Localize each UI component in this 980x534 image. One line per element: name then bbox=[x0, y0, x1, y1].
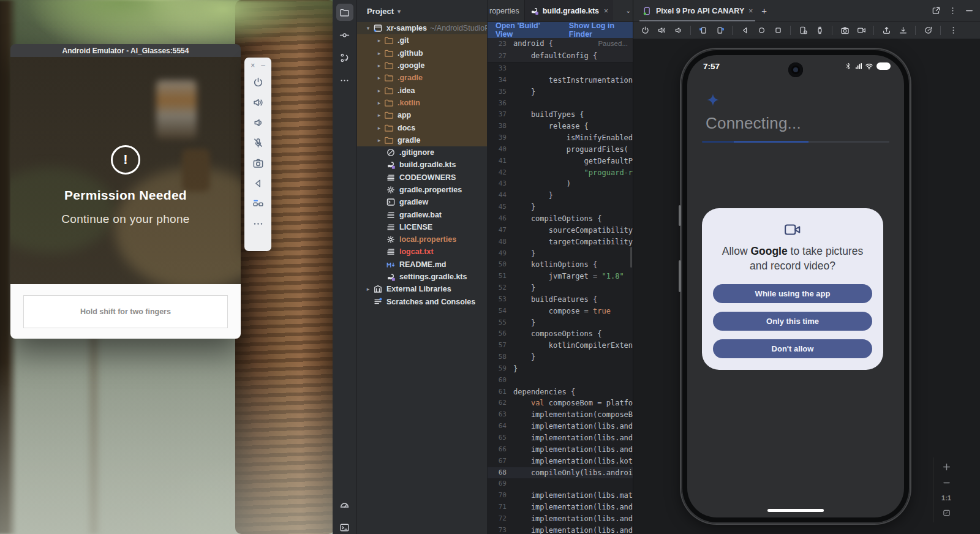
zoom-in-button[interactable] bbox=[942, 462, 951, 472]
power-button[interactable] bbox=[249, 72, 266, 92]
code-line-35: 35 } bbox=[488, 86, 633, 98]
emulator-screen[interactable]: ! Permission Needed Continue on your pho… bbox=[10, 57, 241, 284]
tree-folder-dot-github[interactable]: ▸.github bbox=[357, 47, 487, 59]
tree-file-gradle.properties[interactable]: gradle.properties bbox=[357, 184, 487, 196]
line-number: 34 bbox=[488, 75, 513, 86]
home-indicator[interactable] bbox=[767, 509, 824, 512]
show-log-link[interactable]: Show Log in Finder bbox=[569, 21, 633, 39]
permission-button-don-t-allow[interactable]: Don't allow bbox=[713, 339, 872, 358]
permission-button-while-using-the-app[interactable]: While using the app bbox=[713, 284, 872, 303]
folder-icon bbox=[384, 48, 394, 58]
tree-scratches-and-consoles[interactable]: Scratches and Consoles bbox=[357, 296, 487, 308]
overview-square-button[interactable] bbox=[772, 25, 783, 36]
running-devices-tab-bar: Pixel 9 Pro API CANARY × + bbox=[633, 0, 980, 22]
back-triangle-button[interactable] bbox=[739, 25, 750, 36]
tree-file-local.properties[interactable]: local.properties bbox=[357, 233, 487, 246]
rotate-left-button[interactable] bbox=[698, 25, 709, 36]
tree-folder-gradle[interactable]: ▸gradle bbox=[357, 134, 487, 146]
home-circle-button[interactable] bbox=[756, 25, 767, 36]
tree-file-settings.gradle.kts[interactable]: settings.gradle.kts bbox=[357, 271, 487, 283]
tab-gradle-properties[interactable]: roperties bbox=[488, 0, 525, 21]
back-triangle-button[interactable] bbox=[249, 173, 266, 194]
tree-folder-dot-kotlin[interactable]: ▸.kotlin bbox=[357, 97, 487, 109]
more-vertical-button[interactable] bbox=[948, 25, 959, 36]
camera-button[interactable] bbox=[249, 153, 266, 173]
tree-folder-dot-google[interactable]: ▸.google bbox=[357, 59, 487, 72]
strip-profiler-gauge[interactable] bbox=[336, 496, 353, 513]
editor-scrollbar[interactable] bbox=[630, 247, 632, 268]
share-upload-button[interactable] bbox=[881, 25, 892, 36]
screenshot-camera-button[interactable] bbox=[839, 25, 850, 36]
strip-project-folder[interactable] bbox=[336, 4, 353, 21]
tree-file-README.md[interactable]: README.md bbox=[357, 258, 487, 271]
hide-panel[interactable] bbox=[965, 6, 974, 15]
open-build-view-link[interactable]: Open 'Build' View bbox=[496, 21, 553, 39]
text-file-icon bbox=[386, 210, 396, 220]
add-device-tab-button[interactable]: + bbox=[761, 6, 767, 16]
mic-off-button[interactable] bbox=[249, 133, 266, 153]
hidden-tabs-chevron-icon[interactable]: ⌄ bbox=[626, 0, 631, 21]
tree-root-xr-samples[interactable]: ▾xr-samples~/AndroidStudioProje bbox=[357, 22, 487, 34]
chevron-right-icon: ▸ bbox=[374, 88, 384, 94]
tree-folder-dot-idea[interactable]: ▸.idea bbox=[357, 84, 487, 96]
code-text: compose = true bbox=[513, 306, 611, 317]
strip-commit[interactable] bbox=[336, 26, 353, 43]
tree-folder-docs[interactable]: ▸docs bbox=[357, 121, 487, 134]
device-toolbar bbox=[633, 22, 980, 39]
save-download-button[interactable] bbox=[897, 25, 908, 36]
rotate-right-button[interactable] bbox=[714, 25, 725, 36]
wear-device-button[interactable] bbox=[814, 25, 825, 36]
actual-size-button[interactable]: 1:1 bbox=[941, 494, 951, 502]
reset-device-button[interactable] bbox=[922, 25, 933, 36]
tree-file-CODEOWNERS[interactable]: CODEOWNERS bbox=[357, 171, 487, 184]
minimize[interactable]: – bbox=[261, 61, 265, 70]
power-button[interactable] bbox=[639, 25, 650, 36]
more-horizontal-button[interactable] bbox=[249, 214, 266, 234]
device-settings-button[interactable] bbox=[797, 25, 809, 36]
more-vertical[interactable] bbox=[948, 6, 957, 15]
close-x[interactable]: × bbox=[251, 61, 255, 70]
tree-file-gradlew[interactable]: gradlew bbox=[357, 196, 487, 208]
volume-down-button[interactable] bbox=[673, 25, 684, 36]
project-panel-header[interactable]: Project ▾ bbox=[357, 0, 487, 22]
close-tab-icon[interactable]: × bbox=[604, 7, 608, 15]
volume-down-button[interactable] bbox=[249, 113, 266, 133]
strip-version-control[interactable] bbox=[336, 49, 353, 66]
tree-file-gradlew.bat[interactable]: gradlew.bat bbox=[357, 208, 487, 220]
code-text: implementation(libs.andr bbox=[513, 421, 633, 432]
volume-up-button[interactable] bbox=[249, 92, 266, 113]
reset-device-icon bbox=[924, 26, 933, 35]
tab-build-gradle-kts[interactable]: build.gradle.kts × bbox=[525, 0, 613, 21]
toolbar-separator bbox=[790, 26, 791, 35]
toolbar-separator bbox=[915, 26, 916, 35]
strip-more-horizontal[interactable] bbox=[336, 72, 353, 89]
bluetooth-icon bbox=[844, 62, 853, 70]
code-text: implementation(libs.andr bbox=[513, 502, 633, 513]
tree-folder-app[interactable]: ▸app bbox=[357, 109, 487, 121]
tree-file-dot-gitignore[interactable]: .gitignore bbox=[357, 146, 487, 159]
glasses-button[interactable] bbox=[249, 194, 266, 214]
code-line-51: 51 jvmTarget = "1.8" bbox=[488, 271, 633, 282]
screen-record-button[interactable] bbox=[856, 25, 867, 36]
open-in-new[interactable] bbox=[932, 6, 941, 15]
strip-terminal[interactable] bbox=[336, 519, 353, 534]
phone-screen[interactable]: 7:57 Connecting... Allow Google to take … bbox=[687, 55, 904, 517]
volume-up-button[interactable] bbox=[656, 25, 667, 36]
tree-folder-dot-gradle[interactable]: ▸.gradle bbox=[357, 72, 487, 84]
tab-pixel-9-pro[interactable]: Pixel 9 Pro API CANARY × bbox=[642, 0, 753, 21]
tree-file-LICENSE[interactable]: LICENSE bbox=[357, 221, 487, 233]
back-triangle-icon bbox=[741, 26, 750, 35]
close-device-tab-icon[interactable]: × bbox=[748, 7, 753, 15]
fit-to-window-button[interactable] bbox=[942, 508, 951, 517]
save-download-icon bbox=[899, 26, 908, 35]
permission-button-only-this-time[interactable]: Only this time bbox=[713, 312, 872, 331]
code-text: compileOptions { bbox=[513, 213, 602, 225]
tree-external-libraries[interactable]: ▸External Libraries bbox=[357, 283, 487, 295]
tree-folder-dot-git[interactable]: ▸.git bbox=[357, 34, 487, 47]
tree-file-logcat.txt[interactable]: logcat.txt bbox=[357, 246, 487, 258]
code-text: sourceCompatibility bbox=[513, 225, 633, 236]
zoom-out-button[interactable] bbox=[942, 478, 951, 487]
code-line-33: 33 bbox=[488, 63, 633, 75]
code-editor[interactable]: 3334 testInstrumentationR35 }3637 buildT… bbox=[488, 63, 633, 534]
tree-file-build.gradle.kts[interactable]: build.gradle.kts bbox=[357, 159, 487, 171]
